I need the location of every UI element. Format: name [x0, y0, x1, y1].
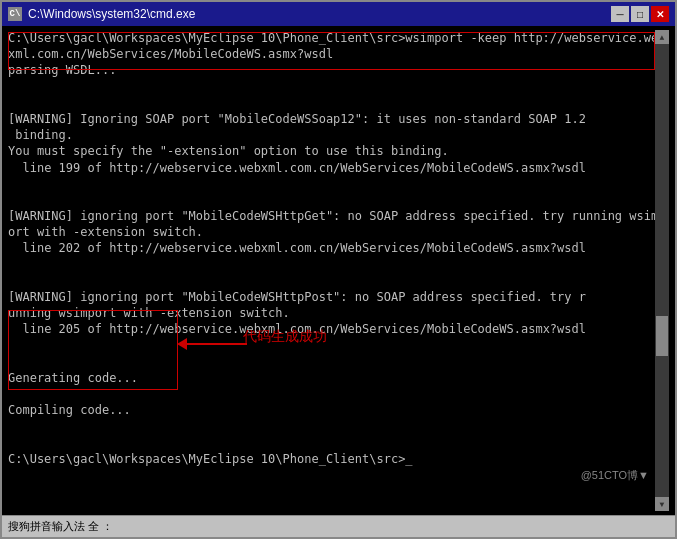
- close-button[interactable]: ✕: [651, 6, 669, 22]
- window-title: C:\Windows\system32\cmd.exe: [28, 7, 195, 21]
- maximize-button[interactable]: □: [631, 6, 649, 22]
- scroll-thumb[interactable]: [656, 316, 668, 356]
- cmd-window: C\ C:\Windows\system32\cmd.exe ─ □ ✕ C:\…: [0, 0, 677, 539]
- terminal-output[interactable]: C:\Users\gacl\Workspaces\MyEclipse 10\Ph…: [8, 30, 669, 467]
- title-bar-left: C\ C:\Windows\system32\cmd.exe: [8, 7, 195, 21]
- title-bar: C\ C:\Windows\system32\cmd.exe ─ □ ✕: [2, 2, 675, 26]
- cmd-icon: C\: [8, 7, 22, 21]
- watermark: @51CTO博▼: [581, 468, 649, 483]
- terminal-content: C:\Users\gacl\Workspaces\MyEclipse 10\Ph…: [8, 30, 669, 511]
- scroll-up-button[interactable]: ▲: [655, 30, 669, 44]
- scrollbar[interactable]: ▲ ▼: [655, 30, 669, 511]
- terminal-body: C:\Users\gacl\Workspaces\MyEclipse 10\Ph…: [2, 26, 675, 515]
- ime-status: 搜狗拼音输入法 全 ：: [8, 519, 113, 534]
- scroll-track[interactable]: [655, 44, 669, 497]
- scroll-down-button[interactable]: ▼: [655, 497, 669, 511]
- window-controls: ─ □ ✕: [611, 6, 669, 22]
- status-bar: 搜狗拼音输入法 全 ：: [2, 515, 675, 537]
- minimize-button[interactable]: ─: [611, 6, 629, 22]
